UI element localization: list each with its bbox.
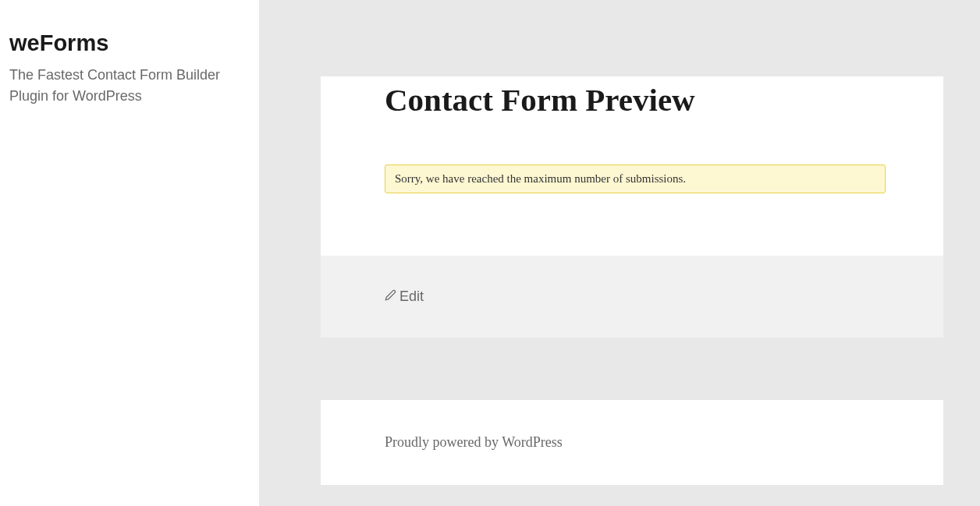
page-title: Contact Form Preview xyxy=(385,76,879,119)
edit-link[interactable]: Edit xyxy=(385,288,424,305)
sidebar: weForms The Fastest Contact Form Builder… xyxy=(0,0,260,506)
content-card: Contact Form Preview Sorry, we have reac… xyxy=(321,76,943,338)
footer-card: Proudly powered by WordPress xyxy=(321,400,943,485)
footer-text[interactable]: Proudly powered by WordPress xyxy=(385,434,879,451)
edit-label: Edit xyxy=(399,288,424,305)
main-content: Contact Form Preview Sorry, we have reac… xyxy=(260,0,980,506)
edit-bar: Edit xyxy=(321,256,943,338)
content-body: Sorry, we have reached the maximum numbe… xyxy=(321,119,943,256)
site-title[interactable]: weForms xyxy=(9,30,250,57)
site-tagline: The Fastest Contact Form Builder Plugin … xyxy=(9,65,250,107)
notice-box: Sorry, we have reached the maximum numbe… xyxy=(385,165,886,193)
content-header: Contact Form Preview xyxy=(321,76,943,119)
pencil-icon xyxy=(385,288,396,305)
